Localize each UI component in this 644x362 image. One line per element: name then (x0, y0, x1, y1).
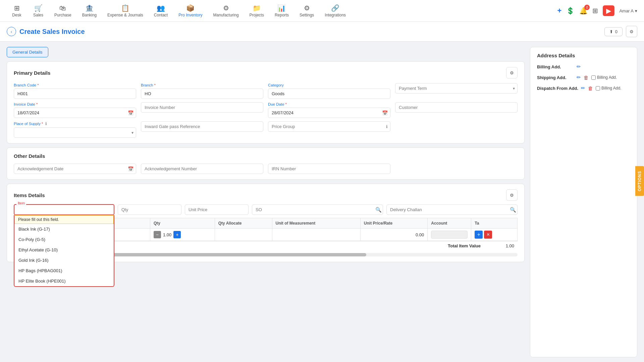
billing-edit-icon[interactable]: ✏ (577, 64, 581, 70)
item-search-label: Item (16, 201, 26, 205)
qty-field[interactable] (118, 204, 181, 215)
shipping-edit-icon[interactable]: ✏ (577, 74, 581, 80)
nav-item-purchase[interactable]: 🛍 Purchase (50, 2, 76, 19)
dropdown-item-2[interactable]: Ethyl Acetate (G-10) (14, 245, 114, 255)
purchase-icon: 🛍 (59, 4, 66, 12)
primary-settings-button[interactable]: ⚙ (506, 67, 518, 78)
qty-plus-button[interactable]: + (173, 231, 181, 238)
manufacturing-icon: ⚙ (223, 4, 229, 12)
invoice-date-input[interactable] (14, 108, 136, 118)
sales-icon: 🛒 (34, 4, 43, 12)
ack-date-input[interactable] (14, 164, 136, 174)
shipping-billing-checkbox[interactable]: Billing Add. (591, 75, 617, 80)
customer-wrapper (395, 102, 518, 113)
customer-input[interactable] (395, 102, 518, 113)
unit-price-field[interactable] (185, 204, 249, 215)
payment-term-input[interactable] (395, 83, 518, 94)
dropdown-item-3[interactable]: Gold Ink (G-16) (14, 255, 114, 265)
tab-general-details[interactable]: General Details (7, 47, 48, 57)
invoice-number-group (141, 102, 263, 118)
youtube-button[interactable]: ▶ (603, 5, 614, 16)
nav-item-sales[interactable]: 🛒 Sales (28, 2, 48, 19)
nav-item-proinventory[interactable]: 📦 Pro Inventory (174, 2, 207, 19)
invoice-date-group: Invoice Date* 📅 (14, 102, 136, 118)
items-search-row: Item Please fill out this field. Black I… (14, 204, 518, 215)
nav-item-manufacturing[interactable]: ⚙ Manufacturing (209, 2, 244, 19)
nav-label-settings: Settings (300, 13, 314, 17)
add-icon[interactable]: + (557, 6, 562, 15)
price-group-input[interactable] (268, 121, 390, 132)
dispatch-delete-icon[interactable]: 🗑 (588, 85, 593, 91)
item-search-input[interactable] (14, 204, 114, 215)
dollar-icon[interactable]: 💲 (566, 7, 575, 15)
dispatch-billing-checkbox[interactable]: Billing Add. (596, 86, 621, 90)
shipping-billing-check[interactable] (591, 75, 596, 80)
account-select[interactable] (431, 231, 468, 239)
nav-item-projects[interactable]: 📁 Projects (245, 2, 269, 19)
payment-term-wrapper: ▾ (395, 83, 518, 94)
qty-minus-button[interactable]: − (154, 231, 161, 238)
delivery-challan-search-button[interactable]: 🔍 (510, 207, 516, 213)
ack-number-input[interactable] (141, 164, 263, 174)
nav-item-integrations[interactable]: 🔗 Integrations (320, 2, 351, 19)
nav-item-banking[interactable]: 🏦 Banking (77, 2, 101, 19)
inward-gate-input[interactable] (141, 121, 263, 132)
nav-label-banking: Banking (82, 13, 97, 17)
col-qty: Qty (150, 218, 215, 229)
user-menu[interactable]: Amar A ▾ (619, 8, 637, 13)
notification-badge: 0 (584, 5, 590, 10)
options-tab[interactable]: OPTIONS (635, 166, 644, 196)
branch-input[interactable] (141, 88, 263, 99)
dispatch-billing-label: Billing Add. (601, 86, 621, 90)
delete-row-button[interactable]: × (484, 231, 492, 239)
due-date-group: Due Date* 📅 (268, 102, 390, 118)
other-details-card: Other Details 📅 (7, 147, 525, 180)
dropdown-item-5[interactable]: HP Elite Book (HPE001) (14, 276, 114, 286)
chevron-down-icon: ▾ (513, 86, 515, 91)
nav-item-expense[interactable]: 📋 Expense & Journals (103, 2, 148, 19)
branch-code-group: Branch Code* (14, 83, 136, 99)
nav-item-reports[interactable]: 📊 Reports (270, 2, 293, 19)
inward-gate-group (141, 121, 263, 138)
ack-number-group (141, 164, 263, 174)
delivery-challan-input[interactable] (386, 204, 518, 215)
place-of-supply-input[interactable] (14, 127, 136, 138)
cell-account[interactable] (428, 229, 471, 241)
dropdown-item-0[interactable]: Black Ink (G-17) (14, 224, 114, 234)
back-button[interactable]: ‹ (7, 27, 16, 36)
cell-qty[interactable]: − 1.00 + (150, 229, 215, 241)
page-settings-button[interactable]: ⚙ (626, 26, 637, 37)
cell-unit-of-measurement (272, 229, 360, 241)
due-date-input[interactable] (268, 108, 390, 118)
dropdown-item-4[interactable]: HP Bags (HPBAG001) (14, 265, 114, 276)
nav-item-contact[interactable]: 👥 Contact (149, 2, 172, 19)
grid-icon[interactable]: ⊞ (592, 7, 598, 15)
calendar-icon[interactable]: 📅 (128, 166, 133, 172)
items-settings-button[interactable]: ⚙ (506, 189, 518, 201)
shipping-delete-icon[interactable]: 🗑 (584, 75, 589, 80)
category-input[interactable] (268, 88, 390, 99)
dispatch-billing-check[interactable] (596, 86, 600, 90)
nav-label-purchase: Purchase (54, 13, 71, 17)
invoice-number-input[interactable] (141, 102, 263, 113)
category-group: Category (268, 83, 390, 99)
branch-code-input[interactable] (14, 88, 136, 99)
invoice-date-wrapper: 📅 (14, 108, 136, 118)
dispatch-address-label: Dispatch From Add. (537, 86, 578, 91)
so-search-button[interactable]: 🔍 (375, 207, 382, 213)
page-title: Create Sales Invoice (19, 28, 85, 36)
other-details-header: Other Details (14, 153, 518, 159)
add-row-button[interactable]: + (475, 231, 483, 239)
calendar-icon[interactable]: 📅 (128, 110, 133, 116)
nav-item-desk[interactable]: ⊞ Desk (7, 2, 27, 19)
so-search-group: 🔍 (252, 204, 383, 215)
dispatch-edit-icon[interactable]: ✏ (581, 85, 585, 91)
primary-row-1: Branch Code* Branch* Category (14, 83, 518, 99)
so-input[interactable] (252, 204, 383, 215)
irn-input[interactable] (268, 164, 390, 174)
nav-item-settings[interactable]: ⚙ Settings (295, 2, 319, 19)
save-count-button[interactable]: ⬆ 0 (604, 27, 623, 36)
notification-icon[interactable]: 🔔 0 (579, 7, 588, 15)
calendar-icon[interactable]: 📅 (382, 110, 388, 116)
dropdown-item-1[interactable]: Co-Poly (G-5) (14, 234, 114, 245)
